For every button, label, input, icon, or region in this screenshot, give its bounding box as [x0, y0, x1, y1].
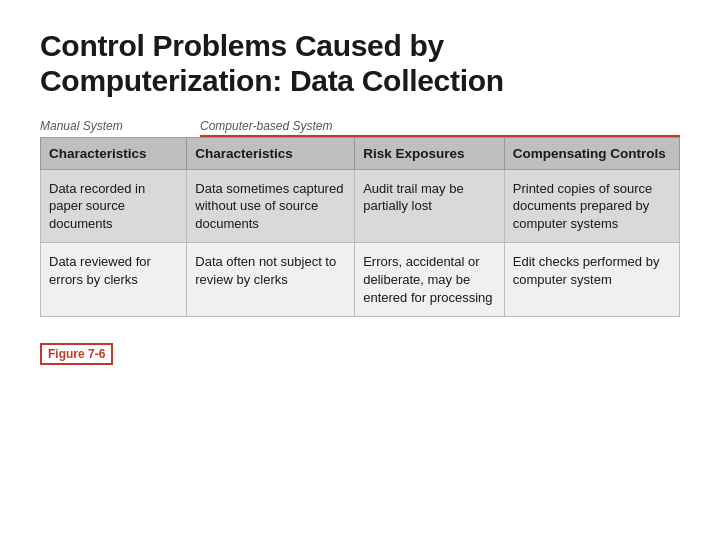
header-col1: Characteristics: [41, 137, 187, 169]
row2-col2: Data often not subject to review by cler…: [187, 243, 355, 317]
row2-col3: Errors, accidental or deliberate, may be…: [355, 243, 505, 317]
header-col4: Compensating Controls: [504, 137, 679, 169]
table-section: Manual System Computer-based System Char…: [40, 119, 680, 520]
computer-system-label: Computer-based System: [200, 119, 680, 137]
table-header-row: Characteristics Characteristics Risk Exp…: [41, 137, 680, 169]
table-row: Data recorded in paper source documents …: [41, 169, 680, 243]
row1-col4: Printed copies of source documents prepa…: [504, 169, 679, 243]
title-line1: Control Problems Caused by: [40, 29, 444, 62]
manual-system-label: Manual System: [40, 119, 200, 137]
row1-col1: Data recorded in paper source documents: [41, 169, 187, 243]
page: Control Problems Caused by Computerizati…: [0, 0, 720, 540]
page-title: Control Problems Caused by Computerizati…: [40, 28, 680, 99]
header-col3: Risk Exposures: [355, 137, 505, 169]
row1-col2: Data sometimes captured without use of s…: [187, 169, 355, 243]
data-table: Characteristics Characteristics Risk Exp…: [40, 137, 680, 317]
header-col2: Characteristics: [187, 137, 355, 169]
figure-label: Figure 7-6: [40, 343, 113, 365]
table-row: Data reviewed for errors by clerks Data …: [41, 243, 680, 317]
row2-col1: Data reviewed for errors by clerks: [41, 243, 187, 317]
row2-col4: Edit checks performed by computer system: [504, 243, 679, 317]
system-labels: Manual System Computer-based System: [40, 119, 680, 137]
row1-col3: Audit trail may be partially lost: [355, 169, 505, 243]
title-line2: Computerization: Data Collection: [40, 64, 504, 97]
